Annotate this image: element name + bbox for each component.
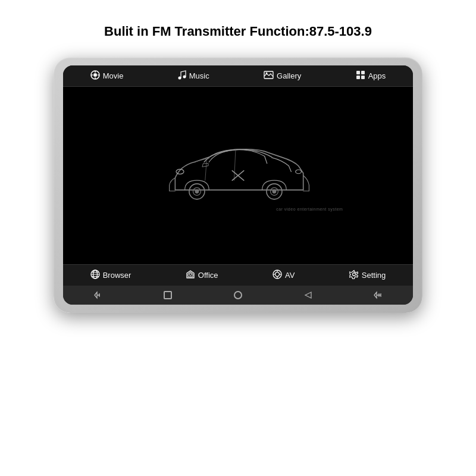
- page-title: Bulit in FM Transmitter Function:87.5-10…: [104, 24, 372, 39]
- svg-marker-45: [305, 292, 311, 298]
- nav-item-music[interactable]: Music: [178, 70, 209, 82]
- svg-rect-11: [361, 71, 365, 74]
- browser-icon: [90, 270, 100, 281]
- device-shell: Movie Music: [54, 57, 422, 313]
- svg-point-22: [273, 190, 276, 193]
- svg-rect-12: [356, 76, 360, 79]
- av-icon: [273, 270, 282, 281]
- system-bar: [63, 286, 413, 305]
- apps-icon: [356, 70, 365, 82]
- nav-item-browser[interactable]: Browser: [90, 270, 131, 281]
- svg-point-41: [352, 273, 355, 276]
- square-icon: [164, 291, 172, 299]
- nav-label-office: Office: [198, 271, 218, 280]
- svg-point-9: [266, 73, 268, 74]
- svg-point-6: [178, 77, 181, 80]
- main-content: car video entertainment system: [63, 87, 413, 264]
- svg-point-19: [196, 190, 199, 193]
- svg-rect-10: [356, 71, 360, 74]
- svg-rect-13: [361, 76, 365, 79]
- home-icon: [234, 291, 242, 299]
- home-button[interactable]: [230, 289, 246, 301]
- nav-label-browser: Browser: [103, 271, 131, 280]
- nav-label-apps: Apps: [368, 71, 386, 80]
- nav-label-av: AV: [285, 271, 295, 280]
- watermark: car video entertainment system: [276, 207, 343, 211]
- nav-label-music: Music: [189, 71, 209, 80]
- car-silhouette: [161, 137, 315, 214]
- nav-item-gallery[interactable]: Gallery: [264, 71, 301, 81]
- movie-icon: [90, 70, 100, 82]
- svg-point-24: [296, 170, 302, 174]
- svg-point-7: [183, 76, 186, 79]
- svg-marker-33: [188, 272, 193, 277]
- office-icon: [186, 270, 195, 281]
- nav-item-movie[interactable]: Movie: [90, 70, 124, 82]
- svg-line-14: [234, 150, 236, 180]
- nav-label-setting: Setting: [362, 271, 386, 280]
- nav-item-apps[interactable]: Apps: [356, 70, 386, 82]
- nav-label-gallery: Gallery: [277, 71, 301, 80]
- bottom-nav: Browser Office: [63, 264, 413, 286]
- svg-marker-46: [374, 292, 377, 298]
- nav-item-office[interactable]: Office: [186, 270, 218, 281]
- svg-point-34: [189, 273, 192, 275]
- gallery-icon: [264, 71, 274, 81]
- setting-icon: [349, 270, 359, 281]
- nav-item-setting[interactable]: Setting: [349, 270, 386, 281]
- back-button[interactable]: [300, 289, 317, 301]
- music-icon: [178, 70, 186, 82]
- svg-point-1: [93, 73, 97, 77]
- svg-line-15: [205, 161, 206, 181]
- car-display: car video entertainment system: [63, 87, 413, 264]
- top-nav: Movie Music: [63, 65, 413, 87]
- volume-down-button[interactable]: [90, 289, 107, 301]
- svg-marker-42: [95, 292, 97, 298]
- recent-apps-button[interactable]: [159, 289, 176, 301]
- volume-up-button[interactable]: [369, 289, 386, 301]
- nav-label-movie: Movie: [103, 71, 124, 80]
- svg-point-36: [275, 273, 279, 277]
- screen-bezel: Movie Music: [63, 65, 413, 305]
- nav-item-av[interactable]: AV: [273, 270, 295, 281]
